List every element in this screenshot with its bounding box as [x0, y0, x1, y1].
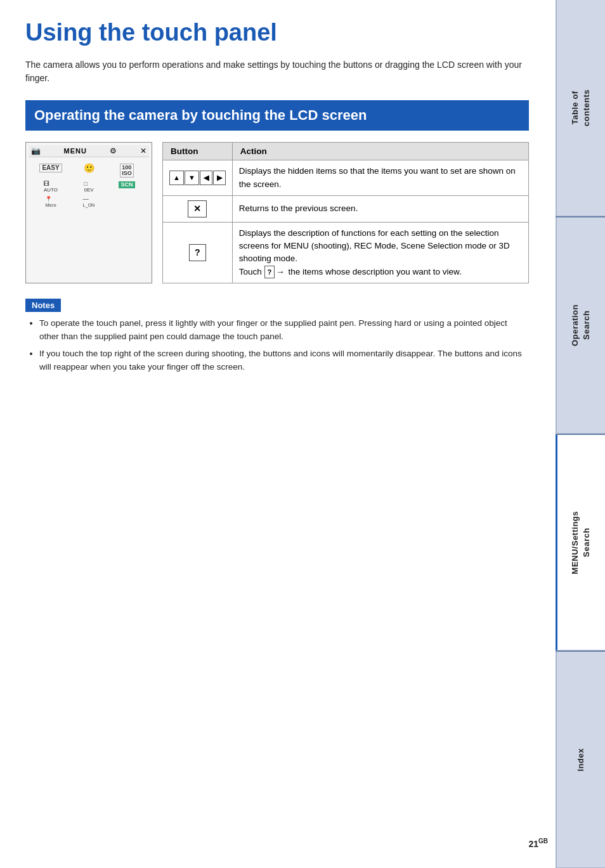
- lcd-smile-icon: 🙂: [84, 164, 94, 172]
- table-cell-action-arrows: Displays the hidden items so that the it…: [232, 160, 528, 196]
- lcd-cell-lon: —L_ON: [72, 197, 106, 208]
- lcd-close-icon: ✕: [140, 146, 146, 155]
- sidebar-tab-menu[interactable]: MENU/Settings Search: [556, 435, 605, 651]
- lcd-cell-100: 100ISO: [110, 164, 144, 178]
- arrow-right: ▶: [213, 171, 226, 185]
- lcd-menu-label: MENU: [64, 147, 87, 155]
- lcd-cell-empty: [110, 197, 144, 208]
- table-row-q: ? Displays the description of functions …: [163, 222, 529, 283]
- arrow-button-group: ▲ ▼ ◀ ▶: [169, 171, 226, 185]
- lcd-cell-easy: EASY: [34, 164, 68, 178]
- notes-list: To operate the touch panel, press it lig…: [25, 317, 529, 374]
- lcd-100-icon: 100ISO: [120, 164, 134, 178]
- sidebar-tab-toc-label: Table of contents: [569, 89, 592, 126]
- lcd-0ev-icon: □0EV: [84, 181, 93, 193]
- table-cell-x: ✕: [163, 195, 233, 222]
- lcd-auto-icon: 🎞AUTO: [44, 181, 58, 193]
- lcd-grid: EASY 🙂 100ISO 🎞AUTO □0EV SCN �: [29, 157, 149, 214]
- notes-section: Notes To operate the touch panel, press …: [25, 299, 529, 374]
- note-item-2: If you touch the top right of the screen…: [39, 347, 529, 374]
- table-cell-arrows: ▲ ▼ ◀ ▶: [163, 160, 233, 196]
- sidebar-tab-index[interactable]: Index: [556, 652, 605, 868]
- section-content: 📷 MENU ⚙ ✕ EASY 🙂 100ISO 🎞AUTO: [25, 142, 529, 283]
- camera-lcd: 📷 MENU ⚙ ✕ EASY 🙂 100ISO 🎞AUTO: [25, 142, 152, 283]
- main-content: Using the touch panel The camera allows …: [0, 0, 554, 397]
- table-row-x: ✕ Returns to the previous screen.: [163, 195, 529, 222]
- q-button: ?: [189, 244, 206, 261]
- sidebar-right: Table of contents Operation Search MENU/…: [556, 0, 605, 868]
- inline-q-icon: ?: [264, 266, 275, 279]
- arrow-up: ▲: [169, 171, 184, 185]
- page-title: Using the touch panel: [25, 19, 529, 47]
- x-button: ✕: [188, 200, 207, 217]
- lcd-cell-scn: SCN: [110, 181, 144, 193]
- page-number: 21GB: [528, 838, 548, 849]
- lcd-cell-0ev: □0EV: [72, 181, 106, 193]
- section-header: Operating the camera by touching the LCD…: [25, 100, 529, 131]
- arrow-left: ◀: [200, 171, 212, 185]
- table-cell-q: ?: [163, 222, 233, 283]
- lcd-camera-icon: 📷: [31, 146, 41, 155]
- lcd-scn-icon: SCN: [119, 181, 134, 188]
- sidebar-tab-operation[interactable]: Operation Search: [556, 217, 605, 434]
- arrow-right-symbol: →: [276, 266, 285, 278]
- note-item-1: To operate the touch panel, press it lig…: [39, 317, 529, 344]
- lcd-micro-icon: 📍Micro: [45, 197, 56, 208]
- sidebar-tab-menu-label: MENU/Settings Search: [569, 511, 592, 574]
- lcd-top-bar: 📷 MENU ⚙ ✕: [29, 145, 149, 157]
- page-number-value: 21: [528, 839, 538, 849]
- lcd-gear-icon: ⚙: [110, 146, 117, 155]
- page-number-suffix: GB: [538, 838, 548, 845]
- lcd-cell-micro: 📍Micro: [34, 197, 68, 208]
- lcd-cell-auto: 🎞AUTO: [34, 181, 68, 193]
- arrow-down: ▼: [185, 171, 199, 185]
- sidebar-tab-index-label: Index: [575, 748, 587, 771]
- intro-text: The camera allows you to perform operati…: [25, 58, 529, 85]
- table-header-action: Action: [232, 143, 528, 160]
- table-cell-action-q: Displays the description of functions fo…: [232, 222, 528, 283]
- lcd-lon-icon: —L_ON: [83, 197, 94, 208]
- lcd-cell-smile: 🙂: [72, 164, 106, 178]
- sidebar-tab-toc[interactable]: Table of contents: [556, 0, 605, 216]
- table-row-arrows: ▲ ▼ ◀ ▶ Displays the hidden items so tha…: [163, 160, 529, 196]
- table-header-button: Button: [163, 143, 233, 160]
- sidebar-tab-operation-label: Operation Search: [569, 304, 592, 346]
- lcd-easy-icon: EASY: [39, 164, 62, 172]
- table-cell-action-x: Returns to the previous screen.: [232, 195, 528, 222]
- notes-label: Notes: [25, 299, 61, 312]
- button-table: Button Action ▲ ▼ ◀ ▶ Displays the hidde…: [162, 142, 529, 283]
